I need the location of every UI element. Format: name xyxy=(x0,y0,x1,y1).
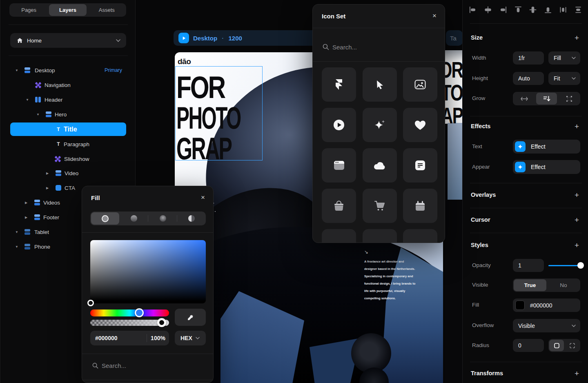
icon-tile-heart[interactable] xyxy=(403,108,437,142)
align-left-icon[interactable] xyxy=(468,5,477,14)
disclosure-down-icon[interactable]: ▼ xyxy=(15,69,18,72)
icon-tile-cart[interactable] xyxy=(363,189,397,223)
icon-tile-calendar[interactable] xyxy=(403,189,437,223)
hex-value[interactable]: #000000 xyxy=(95,335,118,341)
fill-type-angular[interactable] xyxy=(177,212,206,225)
eyedropper-button[interactable] xyxy=(175,309,206,326)
height-mode-select[interactable]: Fit xyxy=(548,72,580,85)
layer-row-navigation[interactable]: Navigation xyxy=(0,78,136,92)
disclosure-right-icon[interactable]: ▶ xyxy=(25,201,27,205)
disclosure-right-icon[interactable]: ▶ xyxy=(46,171,49,175)
icon-tile-play[interactable] xyxy=(322,108,356,142)
tab-layers[interactable]: Layers xyxy=(49,4,86,16)
appear-effect-pill[interactable]: Effect xyxy=(513,160,580,174)
hue-slider[interactable] xyxy=(90,310,169,316)
layer-row-video[interactable]: ▶ Video xyxy=(0,166,136,180)
overflow-select[interactable]: Visible xyxy=(513,319,580,332)
layer-row-slideshow[interactable]: Slideshow xyxy=(0,151,136,166)
alpha-slider-knob[interactable] xyxy=(157,318,166,327)
icon-tile-cloud[interactable] xyxy=(363,148,397,183)
text-effect-pill[interactable]: Effect xyxy=(513,140,580,154)
disclosure-right-icon[interactable]: ▶ xyxy=(46,186,49,190)
preview-play-button[interactable] xyxy=(178,33,189,43)
close-icon[interactable]: × xyxy=(201,194,205,202)
component-layer-icon xyxy=(54,156,61,162)
tablet-frame-label-bar[interactable]: Ta xyxy=(446,30,463,46)
visible-true-option[interactable]: True xyxy=(514,279,546,291)
tab-pages[interactable]: Pages xyxy=(10,4,47,16)
disclosure-right-icon[interactable]: ▶ xyxy=(25,216,27,219)
tablet-frame[interactable]: FOR PHOTO GRAP xyxy=(445,50,463,383)
disclosure-down-icon[interactable]: ▼ xyxy=(26,98,29,102)
fill-type-solid[interactable] xyxy=(91,212,119,225)
visible-no-option[interactable]: No xyxy=(547,278,580,292)
tab-assets[interactable]: Assets xyxy=(88,4,125,16)
fill-type-linear[interactable] xyxy=(119,212,148,225)
add-style-button[interactable]: + xyxy=(575,241,579,250)
radius-uniform-icon[interactable] xyxy=(549,340,564,351)
hex-value-group[interactable]: #000000 100% xyxy=(90,331,169,345)
icon-tile-partial[interactable] xyxy=(363,229,397,243)
icon-search-input[interactable] xyxy=(332,41,430,53)
arrow-down-right-icon: ↘ xyxy=(364,249,416,255)
grow-horizontal-arrow-icon[interactable] xyxy=(513,92,535,105)
close-icon[interactable]: × xyxy=(432,12,437,20)
stack-layer-icon xyxy=(45,111,52,118)
icon-tile-image[interactable] xyxy=(403,67,437,102)
fill-search-input[interactable] xyxy=(102,360,196,371)
hue-slider-knob[interactable] xyxy=(135,308,144,317)
color-format-select[interactable]: HEX xyxy=(175,331,206,345)
opacity-slider-track[interactable] xyxy=(548,265,580,266)
opacity-slider-knob[interactable] xyxy=(577,262,584,269)
add-cursor-button[interactable]: + xyxy=(575,216,579,225)
radius-input[interactable]: 0 xyxy=(513,339,544,352)
add-size-button[interactable]: + xyxy=(575,33,579,42)
align-right-icon[interactable] xyxy=(499,5,508,14)
grow-list-down-selected[interactable] xyxy=(536,93,557,105)
disclosure-down-icon[interactable]: ▼ xyxy=(15,230,18,234)
icon-tile-note[interactable] xyxy=(403,148,437,183)
add-overlay-button[interactable]: + xyxy=(575,191,579,200)
layer-row-desktop[interactable]: ▼ Desktop Primary xyxy=(0,63,136,78)
align-bottom-icon[interactable] xyxy=(543,5,552,14)
align-center-horizontal-icon[interactable] xyxy=(483,5,492,14)
width-mode-select[interactable]: Fill xyxy=(548,51,580,65)
layer-row-title-selected[interactable]: T Title xyxy=(10,122,126,136)
width-input[interactable]: 1fr xyxy=(513,51,544,65)
tablet-hero-title: FOR PHOTO GRAP xyxy=(445,56,463,125)
layer-row-header[interactable]: ▼ Header xyxy=(0,92,136,107)
align-center-vertical-icon[interactable] xyxy=(528,5,537,14)
icon-tile-sparkles[interactable] xyxy=(363,108,397,142)
color-picker-cursor[interactable] xyxy=(87,300,94,306)
page-selector[interactable]: Home xyxy=(10,33,126,48)
grow-scale-icon[interactable] xyxy=(558,92,580,105)
add-effect-button[interactable]: + xyxy=(575,122,579,131)
icon-tile-bag[interactable] xyxy=(322,189,356,223)
divider xyxy=(470,116,582,116)
align-top-icon[interactable] xyxy=(514,5,523,14)
icon-tile-framer[interactable] xyxy=(322,67,356,102)
radius-per-corner-icon[interactable] xyxy=(564,339,580,352)
opacity-input[interactable]: 1 xyxy=(513,259,544,272)
section-effects: Effects xyxy=(471,123,490,129)
icon-tile-browser[interactable] xyxy=(322,148,356,183)
fill-type-radial[interactable] xyxy=(148,212,177,225)
stack-layer-icon xyxy=(34,199,40,206)
fill-color-swatch[interactable] xyxy=(515,301,525,310)
frame-name[interactable]: Desktop · 1200 xyxy=(193,35,242,42)
solid-fill-icon xyxy=(102,215,109,222)
icon-tile-partial[interactable] xyxy=(322,229,356,243)
disclosure-down-icon[interactable]: ▼ xyxy=(36,113,40,116)
opacity-percent-value[interactable]: 100% xyxy=(147,335,169,341)
icon-tile-partial[interactable] xyxy=(403,229,437,243)
distribute-horizontal-icon[interactable] xyxy=(559,5,568,14)
color-saturation-area[interactable] xyxy=(90,240,206,303)
height-input[interactable]: Auto xyxy=(513,72,544,85)
fill-color-control[interactable]: #000000 xyxy=(513,298,580,312)
add-transform-button[interactable]: + xyxy=(575,369,579,378)
disclosure-down-icon[interactable]: ▼ xyxy=(15,245,18,249)
layer-row-hero[interactable]: ▼ Hero xyxy=(0,107,136,122)
icon-tile-cursor[interactable] xyxy=(363,67,397,102)
layer-row-paragraph[interactable]: T Paragraph xyxy=(0,137,136,151)
distribute-vertical-icon[interactable] xyxy=(574,5,583,14)
